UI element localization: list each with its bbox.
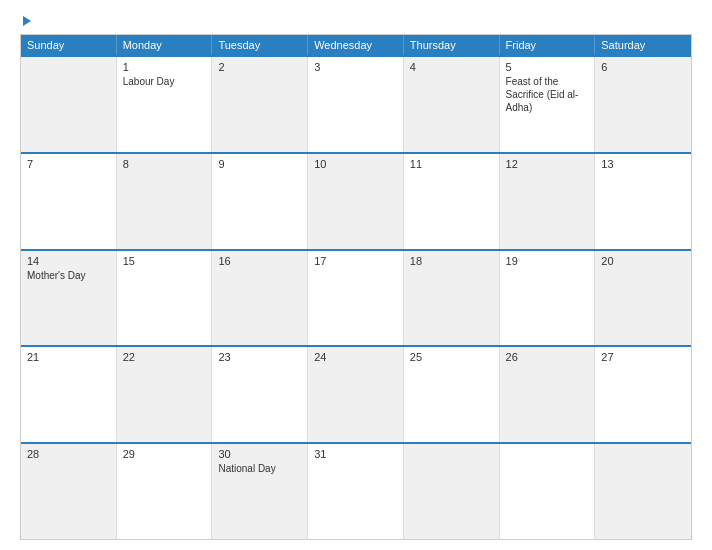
cell-date-number: 7: [27, 158, 110, 170]
cell-date-number: 26: [506, 351, 589, 363]
weeks-container: 1Labour Day2345Feast of the Sacrifice (E…: [21, 55, 691, 539]
cell-date-number: 13: [601, 158, 685, 170]
calendar-cell: 18: [404, 251, 500, 346]
logo: [20, 16, 31, 26]
calendar-cell: 17: [308, 251, 404, 346]
day-header-thursday: Thursday: [404, 35, 500, 55]
cell-date-number: 29: [123, 448, 206, 460]
cell-event-label: Labour Day: [123, 75, 206, 88]
day-header-monday: Monday: [117, 35, 213, 55]
calendar-cell: [404, 444, 500, 539]
cell-date-number: 20: [601, 255, 685, 267]
calendar-cell: 21: [21, 347, 117, 442]
calendar-cell: 23: [212, 347, 308, 442]
calendar-cell: 28: [21, 444, 117, 539]
cell-event-label: National Day: [218, 462, 301, 475]
cell-date-number: 28: [27, 448, 110, 460]
cell-event-label: Feast of the Sacrifice (Eid al-Adha): [506, 75, 589, 114]
calendar-cell: 14Mother's Day: [21, 251, 117, 346]
day-header-wednesday: Wednesday: [308, 35, 404, 55]
calendar-cell: 29: [117, 444, 213, 539]
day-header-saturday: Saturday: [595, 35, 691, 55]
week-row-4: 21222324252627: [21, 345, 691, 442]
cell-date-number: 14: [27, 255, 110, 267]
cell-date-number: 22: [123, 351, 206, 363]
calendar-cell: 1Labour Day: [117, 57, 213, 152]
cell-date-number: 31: [314, 448, 397, 460]
cell-date-number: 18: [410, 255, 493, 267]
day-header-tuesday: Tuesday: [212, 35, 308, 55]
calendar-cell: 22: [117, 347, 213, 442]
cell-date-number: 2: [218, 61, 301, 73]
calendar-cell: 26: [500, 347, 596, 442]
week-row-5: 282930National Day31: [21, 442, 691, 539]
cell-date-number: 15: [123, 255, 206, 267]
cell-date-number: 4: [410, 61, 493, 73]
cell-date-number: 23: [218, 351, 301, 363]
week-row-1: 1Labour Day2345Feast of the Sacrifice (E…: [21, 55, 691, 152]
calendar-cell: 25: [404, 347, 500, 442]
calendar-cell: 16: [212, 251, 308, 346]
cell-date-number: 10: [314, 158, 397, 170]
calendar-cell: [595, 444, 691, 539]
week-row-2: 78910111213: [21, 152, 691, 249]
calendar-cell: 13: [595, 154, 691, 249]
calendar-cell: 27: [595, 347, 691, 442]
calendar-cell: 3: [308, 57, 404, 152]
cell-event-label: Mother's Day: [27, 269, 110, 282]
calendar-cell: [21, 57, 117, 152]
calendar-cell: 12: [500, 154, 596, 249]
cell-date-number: 30: [218, 448, 301, 460]
page: SundayMondayTuesdayWednesdayThursdayFrid…: [0, 0, 712, 550]
calendar-cell: 2: [212, 57, 308, 152]
cell-date-number: 27: [601, 351, 685, 363]
calendar-cell: 31: [308, 444, 404, 539]
calendar-cell: 10: [308, 154, 404, 249]
calendar-cell: 19: [500, 251, 596, 346]
calendar-cell: 30National Day: [212, 444, 308, 539]
cell-date-number: 8: [123, 158, 206, 170]
calendar-cell: 5Feast of the Sacrifice (Eid al-Adha): [500, 57, 596, 152]
logo-blue-text: [20, 16, 31, 26]
week-row-3: 14Mother's Day151617181920: [21, 249, 691, 346]
calendar-cell: 8: [117, 154, 213, 249]
calendar-cell: 9: [212, 154, 308, 249]
cell-date-number: 17: [314, 255, 397, 267]
cell-date-number: 1: [123, 61, 206, 73]
cell-date-number: 16: [218, 255, 301, 267]
calendar-cell: [500, 444, 596, 539]
cell-date-number: 5: [506, 61, 589, 73]
calendar: SundayMondayTuesdayWednesdayThursdayFrid…: [20, 34, 692, 540]
cell-date-number: 6: [601, 61, 685, 73]
cell-date-number: 11: [410, 158, 493, 170]
day-header-sunday: Sunday: [21, 35, 117, 55]
calendar-cell: 4: [404, 57, 500, 152]
calendar-cell: 6: [595, 57, 691, 152]
cell-date-number: 24: [314, 351, 397, 363]
header: [20, 16, 692, 26]
calendar-cell: 11: [404, 154, 500, 249]
calendar-cell: 7: [21, 154, 117, 249]
calendar-cell: 20: [595, 251, 691, 346]
cell-date-number: 19: [506, 255, 589, 267]
logo-triangle-icon: [23, 16, 31, 26]
cell-date-number: 12: [506, 158, 589, 170]
cell-date-number: 3: [314, 61, 397, 73]
calendar-cell: 15: [117, 251, 213, 346]
day-headers-row: SundayMondayTuesdayWednesdayThursdayFrid…: [21, 35, 691, 55]
calendar-cell: 24: [308, 347, 404, 442]
cell-date-number: 9: [218, 158, 301, 170]
day-header-friday: Friday: [500, 35, 596, 55]
cell-date-number: 25: [410, 351, 493, 363]
cell-date-number: 21: [27, 351, 110, 363]
